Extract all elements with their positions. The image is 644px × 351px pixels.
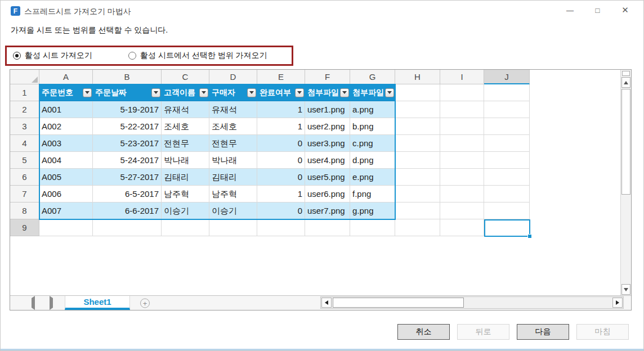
cell-C2[interactable]: 유재석 — [162, 101, 209, 118]
cell-J5[interactable] — [484, 152, 530, 169]
row-header-9[interactable]: 9 — [10, 219, 39, 236]
cell-I2[interactable] — [440, 101, 484, 118]
cell-E5[interactable]: 0 — [257, 152, 305, 169]
minimize-button[interactable]: — — [556, 1, 584, 20]
radio-import-selected-range[interactable]: 활성 시트에서 선택한 범위 가져오기 — [128, 47, 267, 64]
cell-B7[interactable]: 6-5-2017 — [93, 186, 162, 202]
filter-dropdown-button[interactable] — [199, 88, 208, 97]
filter-dropdown-button[interactable] — [83, 88, 92, 97]
cell-B8[interactable]: 6-6-2017 — [93, 202, 162, 219]
cell-B1[interactable]: 주문날짜 — [93, 84, 162, 101]
cell-H3[interactable] — [395, 118, 440, 135]
cell-A9[interactable] — [39, 219, 93, 236]
fill-handle[interactable] — [527, 234, 532, 238]
cell-H1[interactable] — [395, 84, 440, 101]
horizontal-scrollbar[interactable] — [320, 296, 624, 309]
cell-C1[interactable]: 고객이름 — [162, 84, 209, 101]
cell-J7[interactable] — [484, 186, 530, 202]
cell-D4[interactable]: 전현무 — [209, 135, 257, 152]
cell-G8[interactable]: g.png — [350, 202, 395, 219]
cell-B2[interactable]: 5-19-2017 — [93, 101, 162, 118]
cell-I9[interactable] — [440, 219, 484, 236]
row-header-3[interactable]: 3 — [10, 118, 39, 135]
cell-A6[interactable]: A005 — [39, 169, 93, 186]
cell-D5[interactable]: 박나래 — [209, 152, 257, 169]
cell-G4[interactable]: c.png — [350, 135, 395, 152]
cell-A3[interactable]: A002 — [39, 118, 93, 135]
cell-I8[interactable] — [440, 202, 484, 219]
sheet-nav-prev-button[interactable] — [32, 298, 35, 308]
cell-H2[interactable] — [395, 101, 440, 118]
cell-J4[interactable] — [484, 135, 530, 152]
cell-E1[interactable]: 완료여부 — [257, 84, 305, 101]
cell-G7[interactable]: f.png — [350, 186, 395, 202]
maximize-button[interactable]: □ — [584, 1, 611, 20]
cell-H5[interactable] — [395, 152, 440, 169]
cell-F9[interactable] — [305, 219, 350, 236]
cell-C9[interactable] — [162, 219, 209, 236]
cell-H7[interactable] — [395, 186, 440, 202]
cell-G2[interactable]: a.png — [350, 101, 395, 118]
filter-dropdown-button[interactable] — [247, 88, 256, 97]
cell-C4[interactable]: 전현무 — [162, 135, 209, 152]
cell-B4[interactable]: 5-23-2017 — [93, 135, 162, 152]
cell-I7[interactable] — [440, 186, 484, 202]
add-sheet-button[interactable]: + — [140, 298, 150, 308]
radio-button-icon[interactable] — [128, 52, 136, 60]
filter-dropdown-button[interactable] — [151, 88, 160, 97]
row-header-7[interactable]: 7 — [10, 186, 39, 202]
cell-C6[interactable]: 김태리 — [162, 169, 209, 186]
column-header-G[interactable]: G — [350, 70, 395, 84]
cell-G9[interactable] — [350, 219, 395, 236]
column-header-F[interactable]: F — [305, 70, 350, 84]
cell-E3[interactable]: 1 — [257, 118, 305, 135]
row-header-1[interactable]: 1 — [10, 84, 39, 101]
cell-A5[interactable]: A004 — [39, 152, 93, 169]
column-header-C[interactable]: C — [162, 70, 209, 84]
sheet-nav-next-button[interactable] — [50, 298, 53, 308]
row-header-6[interactable]: 6 — [10, 169, 39, 186]
row-header-2[interactable]: 2 — [10, 101, 39, 118]
cell-H6[interactable] — [395, 169, 440, 186]
column-header-B[interactable]: B — [93, 70, 162, 84]
sheet-tab-sheet1[interactable]: Sheet1 — [65, 296, 130, 310]
column-header-J[interactable]: J — [484, 70, 530, 84]
cell-H8[interactable] — [395, 202, 440, 219]
grid-corner-cell[interactable] — [10, 70, 39, 84]
cell-E8[interactable]: 0 — [257, 202, 305, 219]
next-button[interactable]: 다음 — [517, 324, 569, 340]
cell-F5[interactable]: user4.png — [305, 152, 350, 169]
cell-D7[interactable]: 남주혁 — [209, 186, 257, 202]
filter-dropdown-button[interactable] — [340, 88, 349, 97]
cell-C3[interactable]: 조세호 — [162, 118, 209, 135]
horizontal-scrollbar-thumb[interactable] — [333, 298, 464, 308]
cell-F3[interactable]: user2.png — [305, 118, 350, 135]
column-header-A[interactable]: A — [39, 70, 93, 84]
cell-A1[interactable]: 주문번호 — [39, 84, 93, 101]
cell-J3[interactable] — [484, 118, 530, 135]
cell-G3[interactable]: b.png — [350, 118, 395, 135]
cell-C5[interactable]: 박나래 — [162, 152, 209, 169]
column-header-D[interactable]: D — [209, 70, 257, 84]
cancel-button[interactable]: 취소 — [397, 324, 450, 340]
row-header-8[interactable]: 8 — [10, 202, 39, 219]
radio-button-icon[interactable] — [13, 52, 21, 60]
scrollbar-splitter[interactable] — [622, 71, 630, 76]
cell-F7[interactable]: user6.png — [305, 186, 350, 202]
column-header-I[interactable]: I — [440, 70, 484, 84]
cell-J8[interactable] — [484, 202, 530, 219]
cell-E2[interactable]: 1 — [257, 101, 305, 118]
cell-I6[interactable] — [440, 169, 484, 186]
cell-G1[interactable]: 첨부파일 — [350, 84, 395, 101]
cell-F2[interactable]: user1.png — [305, 101, 350, 118]
cell-D3[interactable]: 조세호 — [209, 118, 257, 135]
cell-D1[interactable]: 구매자 — [209, 84, 257, 101]
cell-F6[interactable]: user5.png — [305, 169, 350, 186]
cell-I3[interactable] — [440, 118, 484, 135]
cell-A8[interactable]: A007 — [39, 202, 93, 219]
back-button[interactable]: 뒤로 — [457, 324, 509, 340]
vertical-scrollbar-thumb[interactable] — [621, 89, 630, 195]
vertical-scrollbar[interactable] — [620, 70, 631, 295]
active-cell-J9[interactable] — [484, 219, 530, 237]
cell-J1[interactable] — [484, 84, 530, 101]
